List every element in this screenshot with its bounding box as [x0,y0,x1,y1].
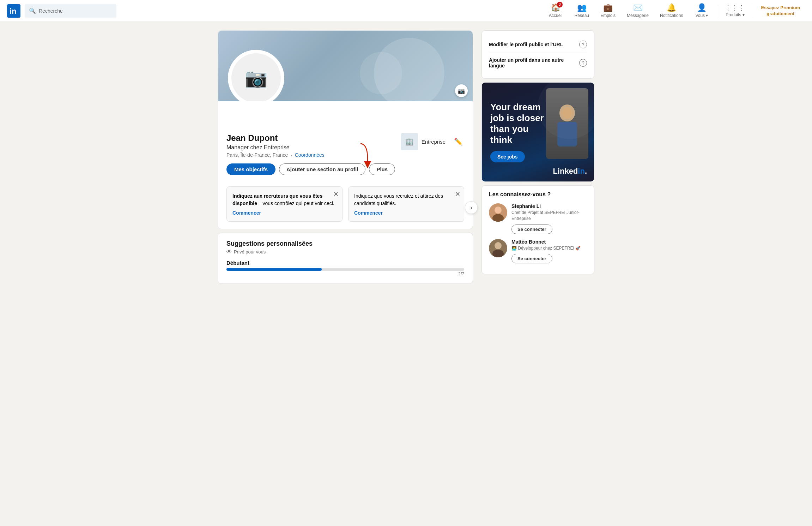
commencer-link-2[interactable]: Commencer [354,210,383,216]
commencer-link-1[interactable]: Commencer [232,210,261,216]
know-avatar-1 [489,203,507,222]
profile-url-card: Modifier le profil public et l'URL ? Ajo… [481,30,594,79]
add-section-button[interactable]: Ajouter une section au profil [279,163,365,175]
svg-point-5 [492,214,504,222]
company-name: Entreprise [422,139,446,145]
debutant-label: Débutant [226,260,464,266]
profile-card: 📷 📷 Jean Dupont Manager chez Entreprise … [218,30,473,229]
profile-identity: Jean Dupont Manager chez Entreprise Pari… [226,133,325,158]
profile-top-row: Jean Dupont Manager chez Entreprise Pari… [226,133,464,158]
know-name-1: Stephanie Li [511,203,587,209]
notifications-icon: 🔔 [667,3,676,12]
svg-text:in: in [10,7,17,16]
profile-location: Paris, Île-de-France, France · Coordonné… [226,152,325,158]
search-input[interactable] [39,8,112,14]
eye-icon: 👁 [226,249,232,255]
company-logo: 🏢 [401,133,418,150]
see-jobs-button[interactable]: See jobs [490,151,525,162]
nav-label-vous: Vous ▾ [695,13,708,18]
add-profile-help[interactable]: ? [579,59,587,67]
suggestion-card-disponible: ✕ Indiquez aux recruteurs que vous êtes … [226,186,343,222]
ad-logo: Linkedin. [553,167,587,176]
svg-point-7 [492,250,504,257]
svg-point-6 [495,242,502,249]
profile-edit-button[interactable]: ✏️ [453,136,464,147]
banner-camera-button[interactable]: 📷 [455,84,468,97]
ad-card: Your dream job is closer than you think … [481,82,594,182]
know-avatar-2 [489,239,507,257]
suggestion-prefix-2: Indiquez que vous recrutez [354,193,413,199]
nav-label-emplois: Emplois [600,13,616,18]
nav-item-messagerie[interactable]: ✉️ Messagerie [622,0,654,22]
know-person-info-2: Mattéo Bonnet 🧑‍💻 Développeur chez SEPEF… [511,239,587,264]
avatar-wrapper: 📷 [228,50,284,101]
suggestion-suffix-1: – vous contrôlez qui peut voir ceci. [259,201,334,206]
suggestion-card-text-1: Indiquez aux recruteurs que vous êtes di… [232,192,337,207]
know-role-2: 🧑‍💻 Développeur chez SEPEFREI 🚀 [511,245,587,251]
carousel-next-button[interactable]: › [465,201,478,214]
camera-icon: 📷 [458,88,465,94]
know-section: Les connaissez-vous ? Stephanie Li Chef … [481,185,594,274]
sidebar-column: Modifier le profil public et l'URL ? Ajo… [481,30,594,284]
suggestion-card-recrutez: ✕ Indiquez que vous recrutez et attirez … [348,186,464,222]
profile-url-help[interactable]: ? [579,41,587,48]
profile-name: Jean Dupont [226,133,325,143]
connect-button-2[interactable]: Se connecter [511,254,552,263]
nav-item-vous[interactable]: 👤 Vous ▾ [689,0,714,22]
coordonnees-link[interactable]: Coordonnées [295,152,325,158]
profile-info: Jean Dupont Manager chez Entreprise Pari… [218,126,473,181]
nav-item-accueil[interactable]: 🏠 3 Accueil [543,0,568,22]
suggestions-title: Suggestions personnalisées [226,240,464,247]
home-icon: 🏠 3 [551,3,560,12]
ad-person-image [546,88,588,159]
nav-label-messagerie: Messagerie [627,13,649,18]
premium-link[interactable]: Essayez Premium gratuitement [756,5,805,17]
svg-rect-2 [557,122,577,147]
nav-divider-2 [753,5,753,17]
messaging-icon: ✉️ [633,3,643,12]
nav-label-notifications: Notifications [660,13,683,18]
suggestions-subtitle: 👁 Privé pour vous [226,249,464,255]
connect-button-1[interactable]: Se connecter [511,225,552,234]
premium-label: Essayez Premium [761,5,800,11]
know-title: Les connaissez-vous ? [489,191,587,198]
profile-url-item[interactable]: Modifier le profil public et l'URL ? [489,36,587,53]
search-bar[interactable]: 🔍 [25,4,116,18]
add-profile-item[interactable]: Ajouter un profil dans une autre langue … [489,53,587,73]
profile-url-label: Modifier le profil public et l'URL [489,42,563,47]
accueil-badge: 3 [557,2,563,7]
jobs-icon: 💼 [603,3,613,12]
products-icon: ⋮⋮⋮ [725,4,745,12]
network-icon: 👥 [577,3,587,12]
search-icon: 🔍 [29,7,36,14]
nav-item-produits[interactable]: ⋮⋮⋮ Produits ▾ [720,0,750,22]
nav-items: 🏠 3 Accueil 👥 Réseau 💼 Emplois ✉️ Messag… [543,0,805,22]
close-recrutez-button[interactable]: ✕ [455,190,460,198]
profile-column: 📷 📷 Jean Dupont Manager chez Entreprise … [218,30,473,284]
plus-button[interactable]: Plus [369,163,395,175]
personalized-suggestions-section: Suggestions personnalisées 👁 Privé pour … [218,233,473,284]
mes-objectifs-button[interactable]: Mes objectifs [226,163,275,175]
ad-text: Your dream job is closer than you think [490,102,547,146]
profile-title: Manager chez Entreprise [226,144,325,151]
linkedin-logo[interactable]: in [7,4,20,18]
profile-banner: 📷 📷 [218,31,473,101]
nav-item-emplois[interactable]: 💼 Emplois [595,0,620,22]
close-disponible-button[interactable]: ✕ [333,190,339,198]
progress-label: 2/7 [226,271,464,276]
suggestion-card-text-2: Indiquez que vous recrutez et attirez de… [354,192,458,207]
nav-divider [717,5,717,17]
nav-item-reseau[interactable]: 👥 Réseau [569,0,594,22]
nav-item-notifications[interactable]: 🔔 Notifications [655,0,688,22]
nav-label-reseau: Réseau [575,13,589,18]
subtitle-text: Privé pour vous [234,249,266,255]
profile-actions: Mes objectifs Ajouter une section au pro… [226,163,464,175]
know-person-1: Stephanie Li Chef de Projet at SEPEFREI … [489,203,587,234]
edit-icon: ✏️ [454,137,463,146]
svg-point-1 [559,104,575,121]
know-person-info-1: Stephanie Li Chef de Projet at SEPEFREI … [511,203,587,234]
main-container: 📷 📷 Jean Dupont Manager chez Entreprise … [212,30,600,284]
premium-sublabel: gratuitement [761,11,800,17]
navbar: in 🔍 🏠 3 Accueil 👥 Réseau 💼 Emplois ✉️ M… [0,0,812,22]
know-role-1: Chef de Projet at SEPEFREI Junior-Entrep… [511,210,587,222]
